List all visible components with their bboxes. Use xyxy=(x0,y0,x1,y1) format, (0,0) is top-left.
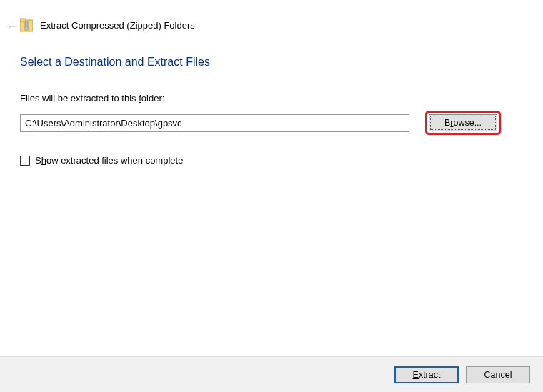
wizard-content: Select a Destination and Extract Files F… xyxy=(0,33,543,166)
cancel-button[interactable]: Cancel xyxy=(466,366,530,383)
browse-highlight: Browse... xyxy=(425,111,501,135)
destination-label: Files will be extracted to this folder: xyxy=(20,93,523,104)
btn-text: xtract xyxy=(419,370,441,380)
svg-rect-1 xyxy=(20,19,26,21)
wizard-footer: Extract Cancel xyxy=(0,356,543,392)
wizard-header: Extract Compressed (Zipped) Folders xyxy=(0,0,543,33)
browse-button[interactable]: Browse... xyxy=(429,114,497,131)
zip-folder-icon xyxy=(20,17,33,33)
show-extracted-row: Show extracted files when complete xyxy=(20,155,523,166)
extract-button[interactable]: Extract xyxy=(394,366,459,383)
label-text: Files will be extracted to this xyxy=(20,93,139,104)
window-title: Extract Compressed (Zipped) Folders xyxy=(40,20,195,31)
btn-accel: E xyxy=(413,370,419,380)
btn-text-post: owse... xyxy=(453,118,482,128)
label-text-post: older: xyxy=(141,93,165,104)
cb-accel: h xyxy=(41,155,46,166)
page-instruction: Select a Destination and Extract Files xyxy=(20,56,523,69)
show-extracted-checkbox[interactable] xyxy=(20,156,30,166)
cb-text-post: ow extracted files when complete xyxy=(46,155,183,166)
destination-path-input[interactable] xyxy=(20,114,409,132)
back-arrow-icon: ← xyxy=(6,20,19,33)
show-extracted-label: Show extracted files when complete xyxy=(35,155,183,166)
cb-text: S xyxy=(35,155,41,166)
destination-row: Browse... xyxy=(20,111,523,135)
